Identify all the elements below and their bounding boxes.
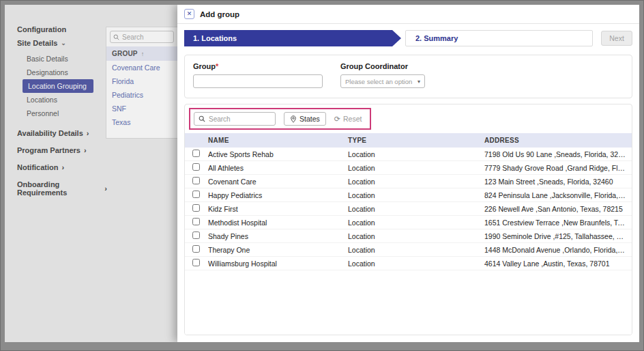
chevron-right-icon: › <box>104 184 107 193</box>
column-header-address[interactable]: ADDRESS <box>484 137 632 144</box>
sidebar-item-availability-details[interactable]: Availability Details › <box>17 129 107 137</box>
row-type: Location <box>348 232 484 240</box>
row-type: Location <box>348 205 484 213</box>
step-locations[interactable]: 1. Locations <box>184 30 401 46</box>
group-field: Group* <box>193 62 323 88</box>
table-row[interactable]: Happy Pediatrics Location 824 Peninsula … <box>185 188 632 202</box>
dialog-title: Add group <box>200 10 239 18</box>
sidebar-item-location-grouping[interactable]: Location Grouping <box>23 79 93 93</box>
step-wizard: 1. Locations 2. Summary Next <box>177 24 639 48</box>
background-page: Configuration Site Details ⌄ Basic Detai… <box>5 5 177 342</box>
list-item[interactable]: SNF <box>106 102 177 115</box>
table-row[interactable]: Methodist Hospital Location 1651 Crestvi… <box>185 216 632 229</box>
locations-table-card: States ⟳ Reset NAME TYPE ADDRESS <box>184 104 632 335</box>
row-checkbox[interactable] <box>192 191 200 198</box>
group-field-label: Group* <box>193 62 323 70</box>
reset-label: Reset <box>343 115 362 123</box>
table-row[interactable]: Therapy One Location 1448 McDonald Avenu… <box>185 243 632 257</box>
sidebar-item-notification[interactable]: Notification › <box>17 163 107 171</box>
row-type: Location <box>348 178 484 186</box>
next-button[interactable]: Next <box>601 31 632 46</box>
sidebar-item-locations[interactable]: Locations <box>27 93 107 107</box>
row-checkbox[interactable] <box>192 177 200 184</box>
row-name: Happy Pediatrics <box>208 191 348 199</box>
row-address: 1651 Crestview Terrace ,New Braunfels, T… <box>484 219 632 227</box>
row-name: All Athletes <box>208 164 348 172</box>
sidebar-item-program-partners[interactable]: Program Partners › <box>17 146 107 154</box>
chevron-down-icon: ⌄ <box>61 40 66 46</box>
row-type: Location <box>348 259 484 268</box>
list-item[interactable]: Florida <box>106 74 177 88</box>
row-type: Location <box>348 246 484 254</box>
sidebar-item-personnel[interactable]: Personnel <box>27 107 107 120</box>
required-asterisk: * <box>216 62 218 70</box>
list-item[interactable]: Texas <box>106 115 177 129</box>
table-row[interactable]: All Athletes Location 7779 Shady Grove R… <box>185 161 632 175</box>
onboarding-requirements-label: Onboarding Requirements <box>17 180 101 197</box>
row-checkbox[interactable] <box>192 259 200 266</box>
group-form: Group* Group Coordinator Please select a… <box>184 55 632 98</box>
site-details-label: Site Details <box>17 39 57 47</box>
list-item[interactable]: Pediatrics <box>106 88 177 102</box>
table-row[interactable]: Williamsburg Hospital Location 4614 Vall… <box>185 257 632 270</box>
sidebar-item-basic-details[interactable]: Basic Details <box>27 52 107 66</box>
row-checkbox[interactable] <box>192 204 200 212</box>
row-address: 4614 Valley Lane ,Austin, Texas, 78701 <box>484 259 632 268</box>
coordinator-placeholder: Please select an option <box>345 78 412 85</box>
reset-filters-link[interactable]: ⟳ Reset <box>334 115 362 124</box>
table-row[interactable]: Covenant Care Location 123 Main Street ,… <box>185 175 632 188</box>
row-name: Methodist Hospital <box>208 219 348 227</box>
map-pin-icon <box>290 115 297 123</box>
row-name: Active Sports Rehab <box>208 150 348 158</box>
sort-up-icon: ↑ <box>141 51 145 57</box>
sidebar-item-site-details[interactable]: Site Details ⌄ <box>17 39 107 47</box>
coordinator-select[interactable]: Please select an option ▾ <box>340 74 425 88</box>
row-address: 7779 Shady Grove Road ,Grand Ridge, Flor… <box>484 164 632 172</box>
chevron-right-icon: › <box>84 146 87 154</box>
group-column-header[interactable]: GROUP ↑ <box>106 46 177 61</box>
column-header-name[interactable]: NAME <box>208 137 348 144</box>
close-icon: ✕ <box>187 11 192 17</box>
window-frame: Configuration Site Details ⌄ Basic Detai… <box>0 0 644 351</box>
row-address: 7198 Old Us 90 Lane ,Sneads, Florida, 32… <box>484 150 632 158</box>
table-toolbar: States ⟳ Reset <box>185 104 632 133</box>
table-empty-area <box>185 270 632 335</box>
row-checkbox[interactable] <box>192 231 200 239</box>
states-filter-button[interactable]: States <box>284 112 326 126</box>
table-row[interactable]: Kidz First Location 226 Newell Ave ,San … <box>185 202 632 216</box>
chevron-right-icon: › <box>87 129 89 137</box>
list-item[interactable]: Covenant Care <box>106 61 177 74</box>
row-address: 226 Newell Ave ,San Antonio, Texas, 7821… <box>484 205 632 213</box>
group-header-label: GROUP <box>112 50 138 57</box>
group-name-input[interactable] <box>193 74 323 88</box>
row-type: Location <box>348 191 484 199</box>
group-search-input[interactable] <box>122 33 171 41</box>
close-button[interactable]: ✕ <box>184 9 194 19</box>
sidebar-item-onboarding-requirements[interactable]: Onboarding Requirements › <box>17 180 107 197</box>
config-sidebar: Configuration Site Details ⌄ Basic Detai… <box>5 5 107 197</box>
row-checkbox[interactable] <box>192 245 200 253</box>
program-partners-label: Program Partners <box>17 146 80 154</box>
location-search-input[interactable] <box>209 115 271 123</box>
row-checkbox[interactable] <box>192 163 200 171</box>
row-type: Location <box>348 150 484 158</box>
column-header-type[interactable]: TYPE <box>348 137 484 144</box>
row-name: Therapy One <box>208 246 348 254</box>
states-label: States <box>299 115 320 123</box>
search-icon <box>199 115 205 122</box>
group-search-box[interactable] <box>110 31 174 43</box>
refresh-icon: ⟳ <box>334 115 340 124</box>
sidebar-title: Configuration <box>17 25 107 33</box>
row-name: Shady Pines <box>208 232 348 240</box>
coordinator-field: Group Coordinator Please select an optio… <box>340 62 425 88</box>
step-summary[interactable]: 2. Summary <box>405 30 593 46</box>
table-row[interactable]: Shady Pines Location 1990 Seminole Drive… <box>185 229 632 243</box>
annotation-highlight-box: States ⟳ Reset <box>189 108 371 130</box>
sidebar-item-designations[interactable]: Designations <box>27 66 107 79</box>
app-canvas: Configuration Site Details ⌄ Basic Detai… <box>5 5 639 342</box>
location-search-box[interactable] <box>194 112 276 126</box>
table-row[interactable]: Active Sports Rehab Location 7198 Old Us… <box>185 148 632 161</box>
dialog-header: ✕ Add group <box>177 5 639 24</box>
row-checkbox[interactable] <box>192 150 200 157</box>
row-checkbox[interactable] <box>192 218 200 225</box>
